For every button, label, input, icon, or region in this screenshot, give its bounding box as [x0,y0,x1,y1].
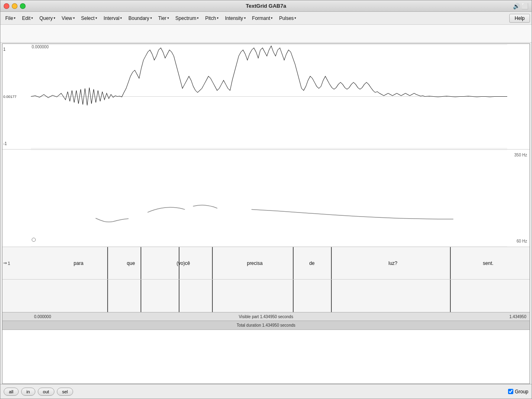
group-checkbox[interactable] [508,389,513,394]
amplitude-mid-label: 0.00177 [3,95,17,99]
menu-select[interactable]: Select ▾ [78,14,100,22]
menu-select-arrow: ▾ [95,16,97,20]
menu-pitch-label: Pitch [205,15,216,21]
menu-view[interactable]: View ▾ [58,14,78,22]
boundary-2-2 [141,280,141,312]
time-end: 1.434950 [509,314,526,319]
menu-file-label: File [5,15,13,21]
menu-pulses-arrow: ▾ [294,16,296,20]
menu-query-label: Query [39,15,53,21]
boundary-2-1 [107,280,108,312]
menu-file-arrow: ▾ [14,16,15,20]
main-window: TextGrid GAB7a 🔊 ⬜ File ▾ Edit ▾ Query ▾… [0,0,532,399]
in-button[interactable]: in [21,388,35,396]
time-bar: 0.000000 Visible part 1.434950 seconds 1… [2,312,530,321]
menu-select-label: Select [81,15,95,21]
menu-formant-label: Formant [252,15,270,21]
boundary-2-5 [293,280,294,312]
menu-interval-arrow: ▾ [120,16,122,20]
tier-1-label: ⇒ 1 [3,260,10,266]
info-bar [0,25,532,43]
word-precisa: precisa [247,260,263,266]
titlebar-icons: 🔊 ⬜ [513,3,528,9]
menu-formant[interactable]: Formant ▾ [249,14,276,22]
menu-file[interactable]: File ▾ [2,14,19,22]
window-title: TextGrid GAB7a [246,3,286,9]
menu-view-arrow: ▾ [73,16,75,20]
sel-button[interactable]: sel [57,388,73,396]
word-que: que [127,260,135,266]
minimize-button[interactable] [12,3,17,9]
menu-edit-label: Edit [22,15,30,21]
tier-area[interactable]: ⇒ 1 para que [2,247,530,312]
boundary-2-6 [331,280,332,312]
window-controls [4,3,26,9]
maximize-button[interactable] [20,3,26,9]
amplitude-bottom-label: -1 [3,141,7,146]
boundary-5 [293,247,294,279]
menu-pulses-label: Pulses [279,15,294,21]
menu-boundary-label: Boundary [128,15,149,21]
menu-query[interactable]: Query ▾ [36,14,58,22]
record-icon[interactable]: ⬜ [521,3,528,9]
menu-intensity[interactable]: Intensity ▾ [222,14,249,22]
all-button[interactable]: all [4,388,19,396]
menu-tier-label: Tier [158,15,167,21]
help-button[interactable]: Help [509,14,530,23]
titlebar: TextGrid GAB7a 🔊 ⬜ [0,0,532,12]
menu-formant-arrow: ▾ [271,16,272,20]
boundary-2-4 [212,280,213,312]
menu-boundary[interactable]: Boundary ▾ [125,14,155,22]
menu-tier-arrow: ▾ [167,16,169,20]
boundary-4 [212,247,213,279]
freq-top-label: 350 Hz [514,153,527,157]
menu-interval-label: Interval [104,15,119,21]
total-duration-bar: Total duration 1.434950 seconds [2,321,530,330]
tier-row-1[interactable]: ⇒ 1 para que [2,247,530,280]
menu-edit[interactable]: Edit ▾ [19,14,36,22]
out-button[interactable]: out [38,388,54,396]
menu-edit-arrow: ▾ [31,16,33,20]
editor[interactable]: 0.000000 1 0.00177 -1 [0,43,532,384]
word-para: para [74,260,83,266]
waveform-svg [31,44,507,149]
tier-icon: ⇒ [3,260,7,266]
boundary-7 [450,247,451,279]
sound-icon[interactable]: 🔊 [513,3,520,9]
word-de: de [309,260,314,266]
menu-view-label: View [62,15,72,21]
close-button[interactable] [4,3,9,9]
menu-pulses[interactable]: Pulses ▾ [276,14,299,22]
boundary-2-3 [179,280,179,312]
word-luz: luz? [388,260,397,266]
pitch-svg [31,150,507,247]
menu-pitch[interactable]: Pitch ▾ [202,14,222,22]
time-visible: Visible part 1.434950 seconds [239,314,293,319]
menu-interval[interactable]: Interval ▾ [100,14,125,22]
time-start: 0.000000 [34,314,51,319]
total-duration-label: Total duration 1.434950 seconds [237,323,296,327]
menu-spectrum-label: Spectrum [175,15,196,21]
menu-boundary-arrow: ▾ [150,16,152,20]
menu-query-arrow: ▾ [54,16,55,20]
waveform-area[interactable]: 0.000000 1 0.00177 -1 [2,44,530,150]
menu-spectrum-arrow: ▾ [197,16,199,20]
menu-tier[interactable]: Tier ▾ [155,14,172,22]
boundary-6 [331,247,332,279]
group-label: Group [515,389,528,395]
tier-row-2[interactable] [2,280,530,312]
boundary-2-7 [450,280,451,312]
pitch-area[interactable]: 350 Hz 60 Hz [2,150,530,247]
word-sent: sent. [483,260,493,266]
menu-pitch-arrow: ▾ [217,16,218,20]
menubar: File ▾ Edit ▾ Query ▾ View ▾ Select ▾ In… [0,12,532,25]
menu-spectrum[interactable]: Spectrum ▾ [172,14,202,22]
boundary-1 [107,247,108,279]
menu-intensity-label: Intensity [225,15,243,21]
freq-bottom-label: 60 Hz [517,239,527,243]
menu-intensity-arrow: ▾ [244,16,246,20]
tier-1-content[interactable]: para que (vo)cê precisa de luz? sent. [31,247,507,279]
group-checkbox-container: Group [508,389,528,395]
tier-2-content[interactable] [31,280,507,312]
word-voce: (vo)cê [177,260,190,266]
